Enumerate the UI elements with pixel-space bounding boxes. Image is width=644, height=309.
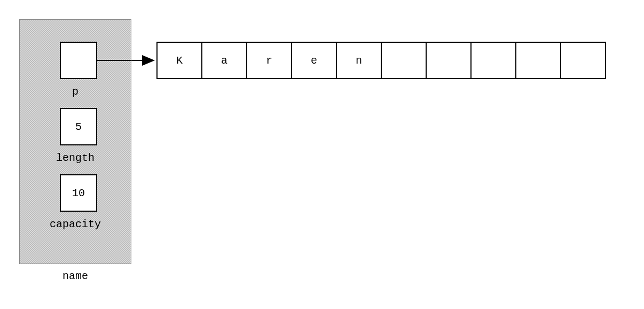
array-cell: r <box>246 42 292 79</box>
field-length-value: 5 <box>75 121 82 133</box>
array-cell <box>470 42 516 79</box>
array-cell <box>381 42 427 79</box>
array-cell: K <box>156 42 202 79</box>
field-p-label: p <box>19 86 131 98</box>
array-cell <box>560 42 606 79</box>
array-cell: e <box>291 42 337 79</box>
array-cell: a <box>201 42 247 79</box>
array-cell: n <box>336 42 382 79</box>
field-capacity-box: 10 <box>60 174 97 212</box>
field-length-box: 5 <box>60 108 97 145</box>
field-p-box <box>60 42 97 79</box>
diagram-canvas: p 5 length 10 capacity name Karen <box>0 0 644 309</box>
field-capacity-value: 10 <box>72 187 85 199</box>
array-cell <box>515 42 561 79</box>
char-array: Karen <box>156 42 606 79</box>
field-length-label: length <box>19 152 131 164</box>
field-capacity-label: capacity <box>19 218 131 230</box>
array-cell <box>426 42 472 79</box>
struct-name-label: name <box>19 270 131 282</box>
